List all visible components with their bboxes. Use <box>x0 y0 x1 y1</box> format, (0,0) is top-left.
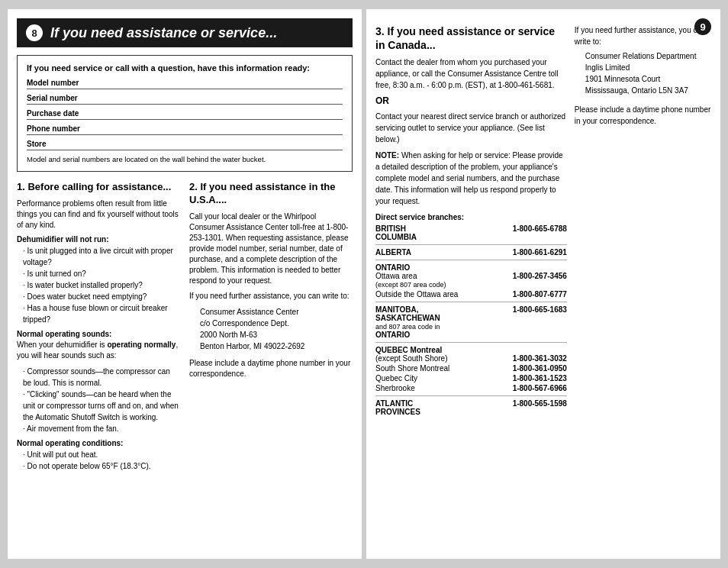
info-box-note: Model and serial numbers are located on … <box>27 155 343 163</box>
branch-qc-sherbrooke: Sherbrooke 1-800-567-6966 <box>375 384 567 392</box>
bullet-item: Does water bucket need emptying? <box>23 291 180 302</box>
branch-bc: BRITISHCOLUMBIA 1-800-665-6788 <box>375 224 567 241</box>
right-addr-line-4: Mississauga, Ontario L5N 3A7 <box>585 85 711 96</box>
branch-qc: QUEBEC Montreal (except South Shore) 1-8… <box>375 346 567 392</box>
address-line-4: Benton Harbor, MI 49022-2692 <box>200 340 353 352</box>
field-phone: Phone number <box>27 124 343 135</box>
branch-qc-south-label: (except South Shore) <box>375 354 448 363</box>
field-purchase-line <box>27 119 343 120</box>
divider <box>375 342 567 343</box>
service-branches: Direct service branches: BRITISHCOLUMBIA… <box>375 213 567 416</box>
branch-qc-southshore-label: South Shore Montreal <box>375 364 449 373</box>
or-label: OR <box>375 95 567 106</box>
field-store-line <box>27 150 343 150</box>
field-store-label: Store <box>27 140 343 148</box>
bullet-item: Compressor sounds—the compressor can be … <box>23 366 180 389</box>
sub-conditions-label: Normal operating conditions: <box>17 439 180 447</box>
address-line-1: Consumer Assistance Center <box>200 306 353 318</box>
divider <box>375 395 567 396</box>
branch-atl-phone: 1-800-565-1598 <box>513 399 567 408</box>
page9-right-col: If you need further assistance, you can … <box>575 24 711 418</box>
branch-qc-south: (except South Shore) 1-800-361-3032 <box>375 354 567 363</box>
bullet-item: Is water bucket installed properly? <box>23 279 180 291</box>
bullet-item: Unit will put out heat. <box>23 449 180 460</box>
field-phone-line <box>27 134 343 135</box>
canada-intro: Contact the dealer from whom you purchas… <box>375 56 567 91</box>
page-number-8: 8 <box>26 24 43 41</box>
branch-on-name: ONTARIO <box>375 263 567 272</box>
page-8: 8 If you need assistance or service... I… <box>8 9 362 559</box>
right-daytime-note: Please include a daytime phone number in… <box>575 104 711 127</box>
branch-on-ottawa: Ottawa area(except 807 area code) 1-800-… <box>375 272 567 289</box>
right-address: Consumer Relations Department Inglis Lim… <box>575 50 711 96</box>
section2-col: 2. If you need assistance in the U.S.A..… <box>189 181 353 472</box>
divider <box>375 260 567 260</box>
canada-or-text: Contact your nearest direct service bran… <box>375 111 567 145</box>
sub-sounds-bullets: Compressor sounds—the compressor can be … <box>17 366 180 434</box>
address-line-3: 2000 North M-63 <box>200 329 353 340</box>
section2-body: Call your local dealer or the Whirlpool … <box>189 211 353 286</box>
branch-qc-city-label: Quebec City <box>375 374 417 382</box>
bullet-item: Has a house fuse blown or circuit breake… <box>23 302 180 325</box>
canada-heading: 3. If you need assistance or service in … <box>375 24 567 52</box>
page-header-bar: 8 If you need assistance or service... <box>17 18 353 47</box>
sub-no-run-label: Dehumidifier will not run: <box>17 235 180 244</box>
page-header-title: If you need assistance or service... <box>50 25 277 41</box>
branch-bc-phone: 1-800-665-6788 <box>513 224 567 233</box>
branch-on: ONTARIO Ottawa area(except 807 area code… <box>375 263 567 299</box>
branch-bc-name: BRITISHCOLUMBIA <box>375 224 513 241</box>
bullet-item: "Clicking" sounds—can be heard when the … <box>23 389 180 423</box>
branch-atl-name: ATLANTICPROVINCES <box>375 399 513 416</box>
section2-address: Consumer Assistance Center c/o Correspon… <box>189 306 353 352</box>
sub-sounds-label: Normal operating sounds: <box>17 330 180 338</box>
divider <box>375 244 567 245</box>
info-box: If you need service or call with a quest… <box>17 55 353 172</box>
right-addr-line-3: 1901 Minnesota Court <box>585 73 711 85</box>
branch-atl: ATLANTICPROVINCES 1-800-565-1598 <box>375 399 567 416</box>
branch-qc-city-phone: 1-800-361-1523 <box>513 374 567 382</box>
bullet-item: Do not operate below 65°F (18.3°C). <box>23 460 180 472</box>
section2-heading: 2. If you need assistance in the U.S.A..… <box>189 181 353 207</box>
branch-on-ottawa-phone: 1-800-267-3456 <box>513 272 567 280</box>
divider <box>375 302 567 302</box>
branch-on-outside-phone: 1-800-807-6777 <box>513 290 567 299</box>
info-box-header: If you need service or call with a quest… <box>27 63 343 73</box>
branch-on-ottawa-label: Ottawa area(except 807 area code) <box>375 272 446 289</box>
field-model-line <box>27 89 343 89</box>
field-purchase-label: Purchase date <box>27 109 343 118</box>
branch-on-outside: Outside the Ottawa area 1-800-807-6777 <box>375 290 567 299</box>
branch-qc-southshore: South Shore Montreal 1-800-361-0950 <box>375 364 567 373</box>
canada-note: NOTE: When asking for help or service: P… <box>375 150 567 207</box>
field-serial: Serial number <box>27 94 343 105</box>
section1-col: 1. Before calling for assistance... Perf… <box>17 181 180 472</box>
branch-mb-sk: MANITOBA,SASKATCHEWANand 807 area code i… <box>375 305 567 339</box>
section1-intro: Performance problems often result from l… <box>17 198 180 231</box>
bullet-item: Is unit plugged into a live circuit with… <box>23 245 180 268</box>
field-serial-line <box>27 104 343 105</box>
branch-qc-city: Quebec City 1-800-361-1523 <box>375 374 567 382</box>
sub-sounds-intro: When your dehumidifier is operating norm… <box>17 340 180 361</box>
section2-daytime-note: Please include a daytime phone number in… <box>189 358 353 379</box>
page9-content: 3. If you need assistance or service in … <box>375 24 711 418</box>
branch-ab-phone: 1-800-661-6291 <box>513 248 567 257</box>
field-phone-label: Phone number <box>27 124 343 133</box>
bullet-item: Air movement from the fan. <box>23 423 180 434</box>
field-store: Store <box>27 140 343 150</box>
section2-further: If you need further assistance, you can … <box>189 291 353 302</box>
right-addr-line-1: Consumer Relations Department <box>585 50 711 62</box>
field-model: Model number <box>27 79 343 89</box>
canada-section: 3. If you need assistance or service in … <box>375 24 567 418</box>
branch-qc-name: QUEBEC Montreal <box>375 346 567 354</box>
branch-mb-sk-phone: 1-800-665-1683 <box>513 305 567 314</box>
sub-conditions-bullets: Unit will put out heat. Do not operate b… <box>17 449 180 472</box>
pages-container: 8 If you need assistance or service... I… <box>8 9 720 559</box>
two-col-sections: 1. Before calling for assistance... Perf… <box>17 181 353 472</box>
page-9: 9 3. If you need assistance or service i… <box>366 9 720 559</box>
branch-qc-sherbrooke-label: Sherbrooke <box>375 384 415 392</box>
branch-ab-name: ALBERTA <box>375 248 513 257</box>
sub-no-run-bullets: Is unit plugged into a live circuit with… <box>17 245 180 325</box>
branch-qc-southshore-phone: 1-800-361-0950 <box>513 364 567 373</box>
branch-mb-sk-name: MANITOBA,SASKATCHEWANand 807 area code i… <box>375 305 513 339</box>
section1-heading: 1. Before calling for assistance... <box>17 181 180 194</box>
branch-qc-sherbrooke-phone: 1-800-567-6966 <box>513 384 567 392</box>
